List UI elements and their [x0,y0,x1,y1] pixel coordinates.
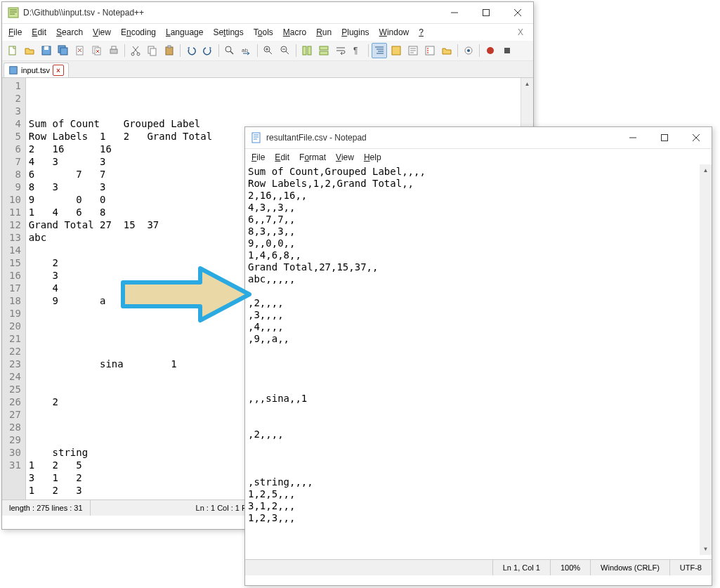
np-window-title: resultantFile.csv - Notepad [266,133,617,143]
np-menu-edit[interactable]: Edit [271,150,293,164]
menu-plugins[interactable]: Plugins [338,25,372,39]
svg-text:¶: ¶ [353,46,358,55]
sync-h-icon[interactable] [316,43,332,58]
arrow-graphic [119,266,253,323]
np-scroll-down-icon[interactable]: ▼ [700,543,712,555]
np-status-pos: Ln 1, Col 1 [492,560,550,575]
menu-settings[interactable]: Settings [209,25,247,39]
sync-v-icon[interactable] [299,43,315,58]
svg-rect-37 [10,67,18,74]
menu-view[interactable]: View [89,25,114,39]
np-statusbar: Ln 1, Col 1 100% Windows (CRLF) UTF-8 [245,559,712,575]
notepad-window: resultantFile.csv - Notepad File Edit Fo… [244,126,712,586]
folder-workspace-icon[interactable] [439,43,454,58]
svg-rect-23 [308,46,311,55]
tab-close-icon[interactable]: × [53,65,64,76]
np-vertical-scrollbar[interactable]: ▲ ▼ [700,164,712,555]
svg-point-30 [427,48,428,49]
npp-tabbar: input.tsv × [2,61,533,78]
np-status-eol: Windows (CRLF) [590,560,669,575]
tab-input-tsv[interactable]: input.tsv × [4,63,69,77]
np-menu-file[interactable]: File [248,150,268,164]
svg-rect-38 [252,133,260,143]
close-all-icon[interactable] [89,43,105,58]
npp-titlebar[interactable]: D:\Github\\input.tsv - Notepad++ [2,2,533,24]
indent-guide-icon[interactable] [372,43,387,58]
npp-maximize-button[interactable] [470,2,502,23]
svg-rect-10 [110,49,117,53]
zoom-out-icon[interactable] [277,43,293,58]
menu-help[interactable]: ? [415,25,427,39]
svg-rect-24 [320,46,328,50]
stop-macro-icon[interactable] [499,43,515,58]
notepadpp-app-icon [8,7,19,18]
menu-window[interactable]: Window [376,25,413,39]
find-icon[interactable] [222,43,237,58]
current-line-highlight [26,79,533,92]
svg-point-32 [427,52,428,53]
copy-icon[interactable] [145,43,160,58]
np-scroll-up-icon[interactable]: ▲ [700,164,712,176]
record-macro-icon[interactable] [483,43,498,58]
svg-rect-16 [166,47,173,55]
np-text-area[interactable]: Sum of Count,Grouped Label,,,, Row Label… [245,166,712,559]
npp-close-button[interactable] [502,2,533,23]
file-tab-icon [8,65,18,75]
scroll-up-icon[interactable]: ▲ [521,78,533,90]
notepad-app-icon [251,132,262,143]
svg-rect-4 [44,46,48,50]
svg-rect-22 [303,46,306,55]
np-menu-help[interactable]: Help [360,150,385,164]
close-file-icon[interactable] [72,43,88,58]
show-all-chars-icon[interactable]: ¶ [350,43,365,58]
np-minimize-button[interactable] [617,127,648,148]
menu-run[interactable]: Run [313,25,335,39]
doc-map-icon[interactable] [405,43,421,58]
np-titlebar[interactable]: resultantFile.csv - Notepad [245,127,712,149]
open-file-icon[interactable] [22,43,37,58]
npp-status-length: length : 275 lines : 31 [2,500,91,516]
save-icon[interactable] [39,43,54,58]
tab-label: input.tsv [21,66,50,74]
svg-point-31 [427,50,428,51]
np-close-button[interactable] [680,127,712,148]
svg-point-18 [225,46,231,52]
npp-minimize-button[interactable] [438,2,470,23]
menu-encoding[interactable]: Encoding [117,25,159,39]
npp-menubar-close-button[interactable]: X [514,25,530,39]
monitor-icon[interactable] [461,43,476,58]
wrap-icon[interactable] [333,43,348,58]
redo-icon[interactable] [200,43,216,58]
print-icon[interactable] [106,43,122,58]
new-file-icon[interactable] [5,43,20,58]
np-maximize-button[interactable] [648,127,680,148]
user-lang-icon[interactable] [388,43,404,58]
menu-tools[interactable]: Tools [250,25,277,39]
save-all-icon[interactable] [55,43,71,58]
svg-rect-36 [504,48,510,53]
svg-rect-2 [9,46,15,55]
menu-file[interactable]: File [5,25,25,39]
svg-text:ab: ab [242,47,248,53]
menu-macro[interactable]: Macro [280,25,310,39]
npp-line-gutter: 1234567891011121314151617181920212223242… [2,78,26,499]
menu-language[interactable]: Language [162,25,207,39]
npp-toolbar: ab ¶ [2,41,533,61]
menu-search[interactable]: Search [53,25,86,39]
menu-edit[interactable]: Edit [28,25,50,39]
svg-rect-25 [320,51,328,55]
paste-icon[interactable] [162,43,177,58]
undo-icon[interactable] [183,43,199,58]
func-list-icon[interactable] [422,43,438,58]
np-menu-format[interactable]: Format [296,150,329,164]
svg-rect-6 [60,48,67,55]
np-status-zoom: 100% [550,560,590,575]
svg-point-34 [467,49,470,52]
replace-icon[interactable]: ab [239,43,254,58]
svg-rect-29 [426,46,434,55]
zoom-in-icon[interactable] [261,43,276,58]
np-menu-view[interactable]: View [332,150,358,164]
npp-menubar: File Edit Search View Encoding Language … [2,24,533,41]
np-menubar: File Edit Format View Help [245,149,712,166]
cut-icon[interactable] [128,43,143,58]
